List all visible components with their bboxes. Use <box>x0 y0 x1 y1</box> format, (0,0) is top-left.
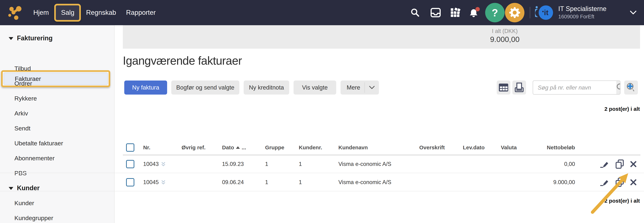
delete-row-button[interactable] <box>630 161 637 168</box>
search-icon <box>616 83 620 92</box>
chevron-down-icon[interactable] <box>628 0 638 25</box>
more-button[interactable]: Mere <box>340 80 379 94</box>
delete-row-button[interactable] <box>630 179 637 186</box>
more-button-label: Mere <box>340 84 364 91</box>
nav-item-rapporter[interactable]: Rapporter <box>126 0 156 25</box>
row-checkbox[interactable] <box>126 160 134 168</box>
cell-kundenavn: Visma e-conomic A/S <box>338 156 391 173</box>
show-selected-button[interactable]: Vis valgte <box>294 80 336 94</box>
nav-item-regnskab[interactable]: Regnskab <box>86 0 116 25</box>
totals-label: I alt (DKK) <box>469 28 541 34</box>
top-navigation-bar: Hjem Salg Regnskab Rapporter <box>0 0 644 25</box>
search-plus-icon <box>626 83 636 92</box>
nav-item-hjem[interactable]: Hjem <box>33 0 49 25</box>
cell-gruppe: 1 <box>265 174 268 191</box>
sidebar-item-kundegrupper[interactable]: Kundegrupper <box>14 214 53 222</box>
sidebar-section-label: Fakturering <box>17 34 52 42</box>
sidebar-item-ordrer[interactable]: Ordrer <box>14 80 32 87</box>
sidebar-item-kunder[interactable]: Kunder <box>14 199 34 207</box>
sidebar-item-rykkere[interactable]: Rykkere <box>14 94 37 102</box>
row-checkbox[interactable] <box>126 178 134 186</box>
cell-nettobelob: 9.000,00 <box>553 174 575 191</box>
printer-icon <box>514 82 524 93</box>
column-header-dato-label: Dato <box>222 144 234 150</box>
sidebar: Fakturering Fakturaer Tilbud Ordrer Rykk… <box>0 25 114 223</box>
notification-dot <box>476 7 480 11</box>
invoice-number: 10045 <box>143 179 159 186</box>
cell-gruppe: 1 <box>265 156 268 173</box>
copy-row-button[interactable] <box>615 160 624 169</box>
economic-logo-icon <box>8 5 24 21</box>
invoice-number: 10043 <box>143 161 159 167</box>
table-header-row: Nr. Øvrig ref. Dato ... Gruppe Kundenr. … <box>0 140 644 154</box>
layout-grid-view-button[interactable] <box>497 80 510 94</box>
sidebar-item-arkiv[interactable]: Arkiv <box>14 109 28 117</box>
select-all-checkbox[interactable] <box>126 144 134 152</box>
column-header-dato[interactable]: Dato ... <box>222 140 246 154</box>
sidebar-item-tilbud[interactable]: Tilbud <box>14 64 31 72</box>
column-header-kundenr[interactable]: Kundenr. <box>299 140 322 154</box>
record-count-top: 2 post(er) i alt <box>604 106 640 112</box>
cell-nr: 10043 <box>143 156 166 173</box>
search-field <box>533 80 620 94</box>
topbar-divider <box>530 7 530 18</box>
column-header-overskrift[interactable]: Overskrift <box>419 140 445 154</box>
section-collapse-icon <box>9 37 13 40</box>
settings-gear-icon[interactable] <box>505 3 524 22</box>
column-header-kundenavn[interactable]: Kundenavn <box>338 140 368 154</box>
column-header-valuta[interactable]: Valuta <box>501 140 517 154</box>
table-grid-icon <box>498 83 508 92</box>
totals-value: 9.000,00 <box>469 35 541 44</box>
notifications-bell-icon[interactable] <box>468 0 481 25</box>
column-header-more[interactable]: ... <box>242 144 246 150</box>
app-window: Hjem Salg Regnskab Rapporter <box>0 0 644 223</box>
cell-kundenr: 1 <box>299 174 302 191</box>
help-glyph: ? <box>492 7 498 19</box>
table-row[interactable]: 10043 15.09.23 1 1 Visma e-conomic A/S 0… <box>0 156 644 173</box>
record-count-bottom: 2 post(er) i alt <box>604 198 640 204</box>
sort-ascending-icon <box>236 146 240 149</box>
row-dropdown-chevrons-icon[interactable] <box>161 162 166 166</box>
new-invoice-button[interactable]: Ny faktura <box>124 80 167 94</box>
table-row[interactable]: 10045 09.06.24 1 1 Visma e-conomic A/S 9… <box>0 174 644 191</box>
search-submit-button[interactable] <box>616 81 620 94</box>
pencil-icon <box>600 178 609 186</box>
avatar-text: it <box>544 9 548 16</box>
inbox-icon[interactable] <box>430 0 442 25</box>
search-input[interactable] <box>533 81 616 94</box>
close-icon <box>630 161 637 168</box>
copy-icon <box>615 178 624 187</box>
column-header-nr[interactable]: Nr. <box>143 140 150 154</box>
edit-row-button[interactable] <box>600 178 609 186</box>
totals-bar <box>123 25 640 49</box>
avatar[interactable]: it <box>534 0 554 25</box>
totals-block: I alt (DKK) 9.000,00 <box>469 28 541 44</box>
column-header-levdato[interactable]: Lev.dato <box>463 140 484 154</box>
edit-row-button[interactable] <box>600 160 609 168</box>
cell-nr: 10045 <box>143 174 166 191</box>
cell-kundenr: 1 <box>299 156 302 173</box>
user-agreement-number: 1609009 ForEft <box>558 14 594 20</box>
column-header-gruppe[interactable]: Gruppe <box>265 140 284 154</box>
chevron-down-icon[interactable] <box>365 86 379 89</box>
new-credit-note-button[interactable]: Ny kreditnota <box>244 80 289 94</box>
cell-kundenavn: Visma e-conomic A/S <box>338 174 391 191</box>
column-header-ovrig-ref[interactable]: Øvrig ref. <box>182 140 206 154</box>
sidebar-section-fakturering[interactable]: Fakturering <box>9 34 52 42</box>
search-icon[interactable] <box>409 0 421 25</box>
cell-dato: 15.09.23 <box>222 156 244 173</box>
copy-icon <box>615 160 624 169</box>
copy-row-button[interactable] <box>615 178 624 187</box>
apps-grid-icon[interactable] <box>450 0 462 25</box>
sidebar-item-sendt[interactable]: Sendt <box>14 124 30 132</box>
row-dropdown-chevrons-icon[interactable] <box>161 180 166 185</box>
book-and-send-selected-button[interactable]: Bogfør og send valgte <box>171 80 239 94</box>
help-icon[interactable]: ? <box>485 3 504 22</box>
column-header-nettobelob[interactable]: Nettobeløb <box>547 140 575 154</box>
page-title: Igangværende fakturaer <box>123 54 242 67</box>
cell-nettobelob: 0,00 <box>564 156 575 173</box>
annotation-highlight-salg <box>54 4 81 22</box>
advanced-search-button[interactable] <box>624 80 638 94</box>
cell-dato: 09.06.24 <box>222 174 244 191</box>
print-button[interactable] <box>512 80 526 94</box>
